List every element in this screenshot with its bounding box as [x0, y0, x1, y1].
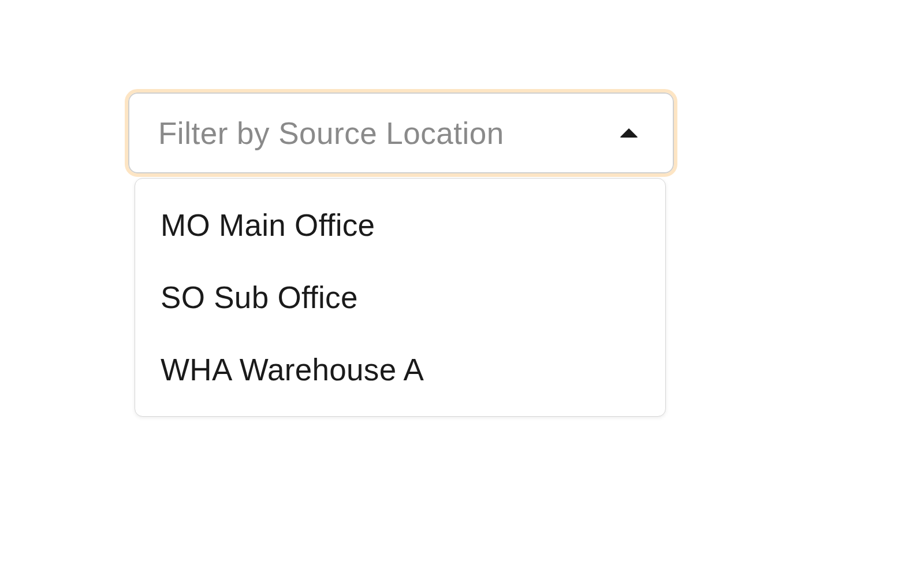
dropdown-option-sub-office[interactable]: SO Sub Office [135, 261, 665, 334]
source-location-filter: Filter by Source Location MO Main Office… [128, 92, 674, 173]
caret-up-icon [620, 128, 638, 138]
dropdown-placeholder: Filter by Source Location [158, 116, 504, 151]
dropdown-option-main-office[interactable]: MO Main Office [135, 189, 665, 261]
dropdown-option-warehouse-a[interactable]: WHA Warehouse A [135, 334, 665, 406]
dropdown-trigger[interactable]: Filter by Source Location [128, 92, 674, 173]
dropdown-menu: MO Main Office SO Sub Office WHA Warehou… [135, 178, 666, 417]
